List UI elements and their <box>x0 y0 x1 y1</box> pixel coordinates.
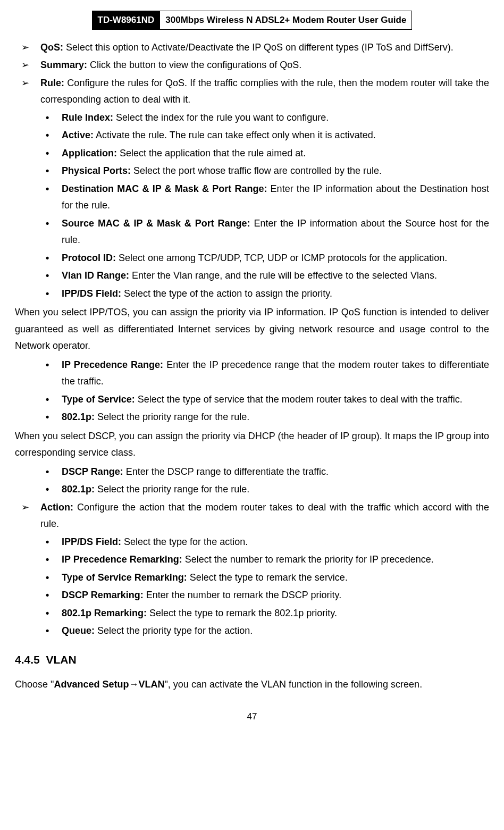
item-text: Enter the DSCP range to differentiate th… <box>123 466 329 477</box>
item-label: IP Precedence Range: <box>62 359 163 370</box>
item-text: Select the index for the rule you want t… <box>113 112 329 123</box>
list-item: Active: Activate the rule. The rule can … <box>46 127 489 144</box>
page-number: 47 <box>15 709 489 725</box>
list-item: Rule Index: Select the index for the rul… <box>46 110 489 127</box>
list-item: IPP/DS Field: Select the type of the act… <box>46 286 489 303</box>
item-label: Rule Index: <box>62 112 113 123</box>
list-item: Type of Service: Select the type of serv… <box>46 391 489 408</box>
item-text: Activate the rule. The rule can take eff… <box>94 130 376 140</box>
item-label: 802.1p: <box>62 484 95 494</box>
list-item: IP Precedence Range: Enter the IP preced… <box>46 357 489 390</box>
item-label: Physical Ports: <box>62 165 131 176</box>
item-text: Select the port whose traffic flow are c… <box>131 165 382 176</box>
list-item: DSCP Remarking: Enter the number to rema… <box>46 587 489 604</box>
list-item: IPP/DS Field: Select the type for the ac… <box>46 534 489 551</box>
item-label: IPP/DS Field: <box>62 536 121 547</box>
list-item: Vlan ID Range: Enter the Vlan range, and… <box>46 267 489 284</box>
item-text: Enter the Vlan range, and the rule will … <box>129 270 437 281</box>
item-text: Select the type to remark the 802.1p pri… <box>147 608 337 618</box>
list-item: Source MAC & IP & Mask & Port Range: Ent… <box>46 215 489 249</box>
list-item: DSCP Range: Enter the DSCP range to diff… <box>46 464 489 481</box>
list-item: Application: Select the application that… <box>46 145 489 162</box>
list-item: Type of Service Remarking: Select the ty… <box>46 569 489 586</box>
list-item: 802.1p: Select the priority range for th… <box>46 481 489 498</box>
item-label: Active: <box>62 130 94 140</box>
final-bold1: Advanced Setup <box>54 679 129 690</box>
item-label: DSCP Range: <box>62 466 123 477</box>
list-item: Protocol ID: Select one among TCP/UDP, T… <box>46 250 489 267</box>
item-text: Click the button to view the configurati… <box>87 60 301 70</box>
item-label: QoS: <box>40 42 63 53</box>
list-item: Destination MAC & IP & Mask & Port Range… <box>46 181 489 214</box>
item-label: Protocol ID: <box>62 253 116 263</box>
list-item: QoS: Select this option to Activate/Deac… <box>21 39 489 56</box>
item-label: Summary: <box>40 60 87 70</box>
item-text: Select the priority range for the rule. <box>95 484 249 494</box>
item-text: Select the application that the rule aim… <box>117 148 306 158</box>
item-label: Type of Service: <box>62 394 135 405</box>
section-title: VLAN <box>46 653 76 666</box>
model-badge: TD-W8961ND <box>92 11 161 30</box>
final-arrow: → <box>129 679 138 690</box>
item-label: Type of Service Remarking: <box>62 572 187 583</box>
final-paragraph: Choose "Advanced Setup→VLAN", you can ac… <box>15 676 489 693</box>
item-text: Select the type of service that the mode… <box>135 394 463 405</box>
list-item: Rule: Configure the rules for QoS. If th… <box>21 75 489 108</box>
bullet-list-2: IP Precedence Range: Enter the IP preced… <box>15 357 489 426</box>
item-text: Select the priority range for the rule. <box>95 412 249 422</box>
item-label: Vlan ID Range: <box>62 270 129 281</box>
item-text: Select the priority type for the action. <box>95 625 253 636</box>
item-text: Select the type for the action. <box>121 536 248 547</box>
list-item: 802.1p: Select the priority range for th… <box>46 409 489 426</box>
item-text: Select this option to Activate/Deactivat… <box>63 42 453 53</box>
final-bold2: VLAN <box>138 679 164 690</box>
item-text: Configure the action that the modem rout… <box>40 502 489 530</box>
item-label: Application: <box>62 148 117 158</box>
item-text: Configure the rules for QoS. If the traf… <box>40 78 489 105</box>
list-item: IP Precedence Remarking: Select the numb… <box>46 551 489 568</box>
document-header: TD-W8961ND 300Mbps Wireless N ADSL2+ Mod… <box>15 11 489 30</box>
list-item: Physical Ports: Select the port whose tr… <box>46 163 489 180</box>
arrow-list-1: QoS: Select this option to Activate/Deac… <box>15 39 489 108</box>
item-text: Select one among TCP/UDP, TCP, UDP or IC… <box>116 253 447 263</box>
list-item: Action: Configure the action that the mo… <box>21 499 489 533</box>
list-item: 802.1p Remarking: Select the type to rem… <box>46 605 489 622</box>
item-label: Destination MAC & IP & Mask & Port Range… <box>62 183 267 194</box>
item-text: Select the type of the action to assign … <box>121 288 332 299</box>
final-prefix: Choose " <box>15 679 54 690</box>
item-label: DSCP Remarking: <box>62 590 144 600</box>
section-heading: 4.4.5 VLAN <box>15 650 489 670</box>
item-label: 802.1p Remarking: <box>62 608 147 618</box>
arrow-list-2: Action: Configure the action that the mo… <box>15 499 489 533</box>
paragraph-2: When you select DSCP, you can assign the… <box>15 428 489 462</box>
list-item: Queue: Select the priority type for the … <box>46 623 489 640</box>
item-label: Action: <box>40 502 73 513</box>
item-text: Select the number to remark the priority… <box>182 554 434 565</box>
item-label: Rule: <box>40 78 64 88</box>
item-label: 802.1p: <box>62 412 95 422</box>
item-label: Source MAC & IP & Mask & Port Range: <box>62 218 250 229</box>
bullet-list-3: DSCP Range: Enter the DSCP range to diff… <box>15 464 489 498</box>
item-text: Enter the number to remark the DSCP prio… <box>144 590 341 600</box>
item-label: Queue: <box>62 625 95 636</box>
section-number: 4.4.5 <box>15 653 40 666</box>
item-label: IPP/DS Field: <box>62 288 121 299</box>
list-item: Summary: Click the button to view the co… <box>21 57 489 74</box>
document-title: 300Mbps Wireless N ADSL2+ Modem Router U… <box>160 11 412 30</box>
final-suffix: ", you can activate the VLAN function in… <box>164 679 422 690</box>
paragraph-1: When you select IPP/TOS, you can assign … <box>15 304 489 355</box>
bullet-list-1: Rule Index: Select the index for the rul… <box>15 110 489 303</box>
item-text: Select the type to remark the service. <box>187 572 348 583</box>
item-label: IP Precedence Remarking: <box>62 554 182 565</box>
bullet-list-4: IPP/DS Field: Select the type for the ac… <box>15 534 489 640</box>
